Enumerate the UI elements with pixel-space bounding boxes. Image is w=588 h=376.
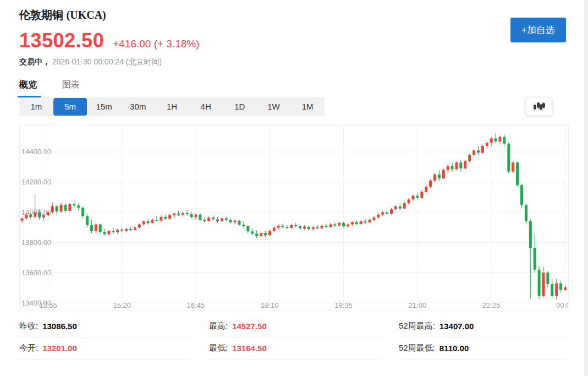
interval-15m[interactable]: 15m: [87, 97, 121, 116]
svg-text:13600.00: 13600.00: [21, 269, 51, 277]
chart-toolbar: 1m 5m 15m 30m 1H 4H 1D 1W 1M: [19, 97, 569, 116]
instrument-name: 伦敦期铜: [19, 9, 63, 21]
quote-timestamp: 2026-01-30 00:00:24: [52, 57, 124, 66]
stat-52w-high: 52周最高: 13407.00: [399, 315, 569, 337]
chart-container: 14400.0014200.0014000.0013800.0013600.00…: [19, 125, 569, 310]
svg-text:15:20: 15:20: [113, 301, 131, 309]
market-status: 交易中，: [19, 57, 50, 66]
interval-1m[interactable]: 1m: [19, 97, 53, 116]
tab-overview[interactable]: 概览: [19, 79, 37, 97]
instrument-symbol: (UKCA): [67, 9, 106, 21]
stat-open: 今开: 13201.00: [19, 337, 189, 359]
svg-text:13:55: 13:55: [39, 301, 57, 309]
stat-high: 最高: 14527.50: [209, 315, 379, 337]
chart-type-button[interactable]: [526, 97, 552, 116]
svg-text:14400.00: 14400.00: [21, 148, 51, 156]
svg-text:18:10: 18:10: [261, 301, 279, 309]
svg-text:14200.00: 14200.00: [21, 178, 51, 186]
candlestick-chart[interactable]: 14400.0014200.0014000.0013800.0013600.00…: [20, 126, 568, 310]
svg-text:13800.00: 13800.00: [21, 238, 51, 247]
active-tab-underline: [18, 96, 41, 97]
timezone-label: (北京时间): [126, 57, 162, 66]
tab-bar: 概览 图表: [0, 67, 588, 97]
candlestick-icon: [533, 101, 545, 112]
svg-text:16:45: 16:45: [187, 301, 205, 309]
stats-panel: 昨收: 13086.50 最高: 14527.50 52周最高: 13407.0…: [19, 315, 569, 359]
interval-30m[interactable]: 30m: [121, 97, 155, 116]
stat-52w-low: 52周最低: 8110.00: [399, 337, 569, 359]
interval-1h[interactable]: 1H: [155, 97, 189, 116]
quote-header: 伦敦期铜 (UKCA) 13502.50 +416.00 (+ 3.18%) 交…: [0, 0, 588, 67]
last-price: 13502.50: [19, 29, 104, 52]
market-status-row: 交易中， 2026-01-30 00:00:24 (北京时间): [19, 57, 566, 67]
svg-text:22:25: 22:25: [482, 301, 501, 309]
page-scrollbar[interactable]: [584, 0, 588, 376]
interval-4h[interactable]: 4H: [189, 97, 223, 116]
add-watchlist-button[interactable]: +加自选: [510, 18, 566, 42]
interval-1w[interactable]: 1W: [257, 97, 291, 116]
interval-1m-month[interactable]: 1M: [290, 97, 325, 116]
interval-selector: 1m 5m 15m 30m 1H 4H 1D 1W 1M: [19, 97, 325, 116]
price-row: 13502.50 +416.00 (+ 3.18%): [19, 29, 566, 52]
interval-5m[interactable]: 5m: [53, 98, 87, 116]
price-change: +416.00 (+ 3.18%): [113, 38, 199, 50]
page-title: 伦敦期铜 (UKCA): [19, 8, 566, 23]
quote-page: 伦敦期铜 (UKCA) 13502.50 +416.00 (+ 3.18%) 交…: [0, 0, 588, 376]
stat-low: 最低: 13164.50: [209, 337, 379, 359]
interval-1d[interactable]: 1D: [223, 97, 257, 116]
svg-text:21:00: 21:00: [409, 301, 427, 309]
stat-prev-close: 昨收: 13086.50: [19, 315, 189, 337]
svg-text:00:00: 00:00: [556, 301, 568, 309]
tab-chart[interactable]: 图表: [62, 79, 80, 97]
svg-text:19:35: 19:35: [334, 301, 353, 309]
